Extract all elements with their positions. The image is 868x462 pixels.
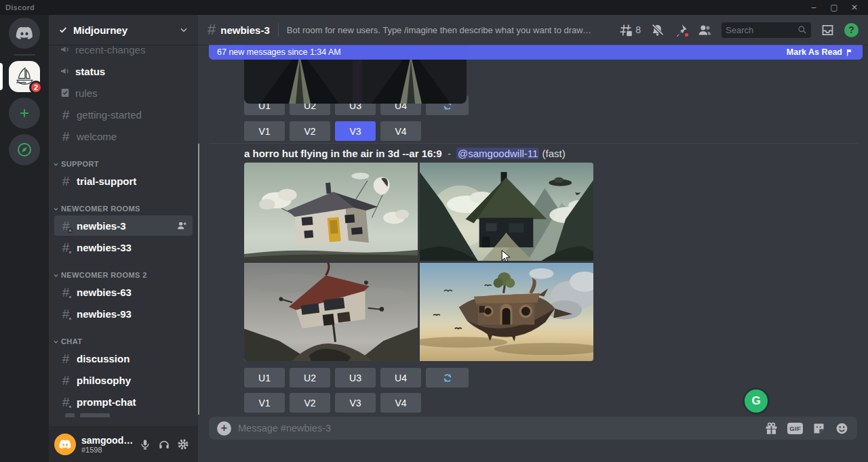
v4-button[interactable]: V4 xyxy=(380,121,421,141)
v2-button[interactable]: V2 xyxy=(290,393,330,413)
section-newcomer-rooms-2[interactable]: NEWCOMER ROOMS 2 xyxy=(53,270,193,280)
sidebar-item-newbies-63[interactable]: # newbies-63 xyxy=(54,282,193,302)
invite-people-icon[interactable] xyxy=(176,220,187,231)
channel-sidebar: Midjourney recent-changes status rules xyxy=(49,15,198,462)
separator-text: - xyxy=(448,148,451,159)
channel-label: rules xyxy=(75,87,187,99)
message-composer: + GIF xyxy=(209,417,857,440)
upscale-buttons-row-2: U1 U2 U3 U4 xyxy=(244,368,469,387)
user-settings-button[interactable] xyxy=(174,435,193,454)
hash-icon: # xyxy=(60,175,72,188)
server-icon-midjourney[interactable]: 2 xyxy=(9,61,40,92)
sidebar-item-newbies-3[interactable]: # newbies-3 xyxy=(54,215,193,236)
maximize-button[interactable]: ▢ xyxy=(825,0,844,15)
generated-image-1[interactable] xyxy=(244,163,418,261)
minimize-button[interactable]: – xyxy=(804,0,823,15)
u2-button[interactable]: U2 xyxy=(290,368,330,387)
section-support[interactable]: SUPPORT xyxy=(53,159,193,169)
gift-icon[interactable] xyxy=(764,421,778,436)
chat-area: # newbies-3 Bot room for new users. Type… xyxy=(198,15,868,462)
hash-thread-icon: # xyxy=(60,308,72,320)
threads-button[interactable]: 8 xyxy=(618,23,641,37)
discord-logo-icon xyxy=(58,438,72,451)
discord-window: Discord – ▢ ✕ 2 + xyxy=(0,0,868,462)
hash-thread-icon: # xyxy=(60,241,72,254)
sidebar-item-newbies-33[interactable]: # newbies-33 xyxy=(54,237,193,257)
sidebar-item-recent-changes[interactable]: recent-changes xyxy=(54,45,193,60)
window-title: Discord xyxy=(5,3,35,12)
sidebar-item-newbies-93[interactable]: # newbies-93 xyxy=(54,303,193,324)
channel-name: newbies-3 xyxy=(220,24,270,36)
channel-label: newbies-93 xyxy=(77,308,187,320)
channel-label: welcome xyxy=(77,131,187,142)
sidebar-item-prompt-chat[interactable]: # prompt-chat xyxy=(54,392,193,412)
v2-button[interactable]: V2 xyxy=(290,121,330,141)
sidebar-scrollbar[interactable] xyxy=(198,144,199,415)
sidebar-item-getting-started[interactable]: # getting-started xyxy=(54,104,193,125)
channel-topic[interactable]: Bot room for new users. Type /imagine th… xyxy=(287,25,593,35)
u1-button[interactable]: U1 xyxy=(244,368,285,387)
generated-image-3[interactable] xyxy=(244,263,418,361)
v1-button[interactable]: V1 xyxy=(244,121,285,141)
sidebar-item-discussion[interactable]: # discussion xyxy=(54,348,193,369)
headphones-icon xyxy=(158,438,170,450)
emoji-icon[interactable] xyxy=(835,421,849,436)
add-server-button[interactable]: + xyxy=(9,98,40,129)
prompt-text: a horro hut flying in the air in 3d --ar… xyxy=(244,148,442,159)
gif-picker-button[interactable]: GIF xyxy=(787,423,803,434)
v1-button[interactable]: V1 xyxy=(244,393,285,413)
megaphone-icon xyxy=(60,45,71,55)
mute-mic-button[interactable] xyxy=(136,435,155,454)
notification-settings-button[interactable] xyxy=(650,23,665,37)
sidebar-item-status[interactable]: status xyxy=(54,61,193,81)
server-rail: 2 + xyxy=(0,15,49,462)
channel-hash-icon: # xyxy=(208,21,216,39)
grammarly-icon[interactable]: G xyxy=(745,390,768,413)
deafen-button[interactable] xyxy=(155,435,174,454)
v4-button[interactable]: V4 xyxy=(380,393,421,413)
channel-label: getting-started xyxy=(77,109,187,121)
user-mention[interactable]: @samgoodwill-11 xyxy=(456,148,539,159)
sticker-icon[interactable] xyxy=(812,421,826,436)
rail-separator xyxy=(14,54,35,56)
generated-image-2[interactable] xyxy=(420,163,593,261)
help-button[interactable]: ? xyxy=(844,23,859,37)
member-list-button[interactable] xyxy=(698,23,712,37)
home-button[interactable] xyxy=(9,18,40,49)
hash-thread-icon: # xyxy=(60,286,72,299)
search-input[interactable]: Search xyxy=(722,22,811,38)
hash-icon: # xyxy=(60,352,72,365)
channel-label: trial-support xyxy=(77,175,187,187)
inbox-button[interactable] xyxy=(821,23,835,37)
server-header[interactable]: Midjourney xyxy=(49,15,198,45)
sidebar-item-rules[interactable]: rules xyxy=(54,83,193,103)
attach-file-button[interactable]: + xyxy=(217,421,231,436)
hash-thread-icon: # xyxy=(60,396,72,408)
u3-button[interactable]: U3 xyxy=(335,368,376,387)
v3-button-active[interactable]: V3 xyxy=(335,121,376,141)
hash-icon: # xyxy=(60,374,72,387)
user-avatar[interactable] xyxy=(54,434,76,455)
sidebar-item-trial-support[interactable]: # trial-support xyxy=(54,171,193,191)
channel-label: newbies-3 xyxy=(77,220,176,232)
bell-slash-icon xyxy=(650,23,665,37)
v3-button[interactable]: V3 xyxy=(335,393,376,413)
sidebar-item-welcome[interactable]: # welcome xyxy=(54,126,193,146)
new-messages-banner[interactable]: 67 new messages since 1:34 AM Mark As Re… xyxy=(209,45,863,60)
section-chat[interactable]: CHAT xyxy=(53,336,193,347)
pinned-messages-button[interactable] xyxy=(674,23,688,37)
new-messages-text: 67 new messages since 1:34 AM xyxy=(217,47,341,57)
variation-buttons-row-2: V1 V2 V3 V4 xyxy=(244,393,421,413)
close-button[interactable]: ✕ xyxy=(845,0,864,15)
generated-image-grid[interactable] xyxy=(244,163,593,361)
u4-button[interactable]: U4 xyxy=(380,368,421,387)
message-input[interactable] xyxy=(238,423,764,434)
hash-icon: # xyxy=(60,130,72,143)
generated-image-4[interactable] xyxy=(420,263,593,361)
mark-as-read-button[interactable]: Mark As Read xyxy=(787,47,854,57)
reroll-button[interactable] xyxy=(426,368,469,387)
section-label: SUPPORT xyxy=(61,160,99,168)
explore-servers-button[interactable] xyxy=(9,134,40,165)
section-newcomer-rooms[interactable]: NEWCOMER ROOMS xyxy=(53,203,193,214)
sidebar-item-philosophy[interactable]: # philosophy xyxy=(54,370,193,390)
